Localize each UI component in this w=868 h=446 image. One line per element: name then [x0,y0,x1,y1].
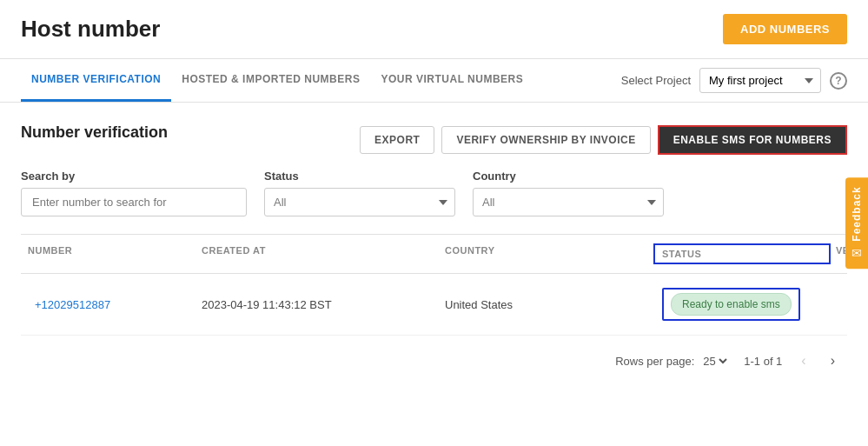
project-select[interactable]: My first project [699,68,821,93]
prev-page-button[interactable]: ‹ [796,349,811,372]
status-select[interactable]: All [264,188,455,216]
pagination: Rows per page: 25 1-1 of 1 ‹ › [21,336,847,386]
help-icon[interactable]: ? [830,72,847,90]
rows-per-page-label: Rows per page: [615,355,694,368]
export-button[interactable]: EXPORT [360,126,434,154]
col-number: NUMBER [21,245,195,263]
feedback-icon: ✉ [851,246,862,260]
search-label: Search by [21,170,247,183]
country-label: Country [473,170,664,183]
table-row: +12029512887 2023-04-19 11:43:12 BST Uni… [21,274,847,336]
cell-country: United States [438,298,655,311]
page-title: Host number [21,16,160,43]
tab-number-verification[interactable]: NUMBER VERIFICATION [21,59,171,102]
tab-hosted-imported[interactable]: HOSTED & IMPORTED NUMBERS [171,59,370,102]
tab-virtual-numbers[interactable]: YOUR VIRTUAL NUMBERS [370,59,533,102]
cell-number: +12029512887 [21,298,195,311]
cell-created-at: 2023-04-19 11:43:12 BST [195,298,438,311]
status-badge: Ready to enable sms [671,293,792,316]
rows-per-page-select[interactable]: 25 [699,354,730,369]
col-created-at: CREATED AT [195,245,438,263]
section-title: Number verification [21,123,168,142]
pagination-info: 1-1 of 1 [744,355,782,368]
enable-sms-button[interactable]: ENABLE SMS FOR NUMBERS [658,125,847,155]
verify-ownership-button[interactable]: VERIFY OWNERSHIP BY INVOICE [441,126,650,154]
feedback-tab[interactable]: Feedback ✉ [845,177,868,269]
col-country: COUNTRY [438,245,655,263]
country-select[interactable]: All [473,188,664,216]
cell-status: Ready to enable sms [655,288,829,321]
feedback-label: Feedback [851,186,863,241]
col-status: STATUS [655,245,829,263]
next-page-button[interactable]: › [825,349,840,372]
select-project-label: Select Project [621,74,691,87]
number-link[interactable]: +12029512887 [28,298,117,311]
add-numbers-button[interactable]: ADD NUMBERS [723,14,847,44]
table-header: NUMBER CREATED AT COUNTRY STATUS VERIFY … [21,235,847,274]
search-input[interactable] [21,188,247,216]
status-label: Status [264,170,455,183]
